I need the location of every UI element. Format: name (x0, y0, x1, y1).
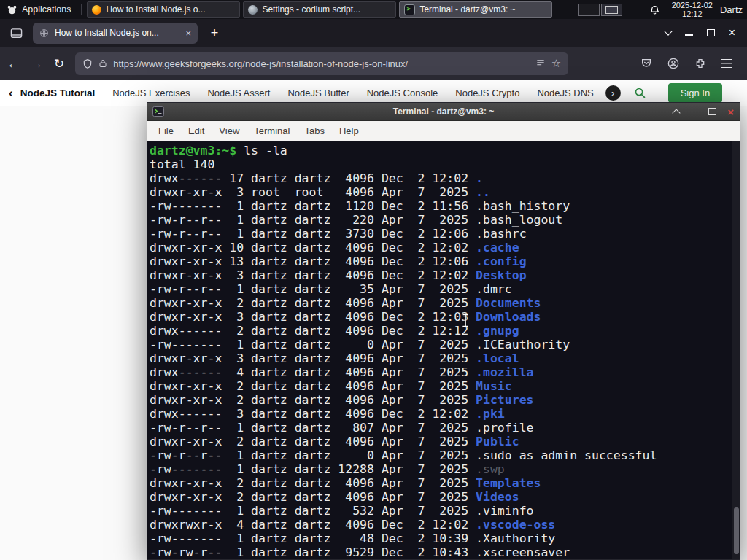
toolbar-right-icons (640, 58, 740, 69)
ls-row: drwxr-xr-x 2 dartz dartz 4096 Apr 7 2025… (150, 296, 738, 310)
ls-row: -rw------- 1 dartz dartz 1120 Dec 2 11:5… (150, 199, 738, 213)
terminal-output[interactable]: dartz@vm3:~$ ls -latotal 140drwx------ 1… (147, 141, 740, 559)
menu-help[interactable]: Help (333, 123, 365, 139)
workspace-pager[interactable] (578, 4, 622, 16)
gfg-nav-item[interactable]: NodeJS Assert (207, 88, 270, 98)
gfg-nav-item[interactable]: NodeJS Tutorial (20, 88, 96, 98)
firefox-icon (92, 5, 101, 15)
clock-date: 2025-12-02 (672, 1, 713, 9)
ls-row: drwxr-xr-x 3 dartz dartz 4096 Dec 2 12:0… (150, 310, 738, 324)
total-line: total 140 (150, 158, 738, 171)
shield-icon[interactable] (82, 58, 93, 69)
list-all-tabs-icon[interactable] (664, 27, 672, 35)
gfg-nav-item[interactable]: NodeJS Crypto (455, 88, 519, 98)
ls-row: -rw------- 1 dartz dartz 48 Dec 2 10:39 … (150, 532, 738, 545)
url-text: https://www.geeksforgeeks.org/node-js/in… (113, 58, 530, 69)
terminal-lines: dartz@vm3:~$ ls -latotal 140drwx------ 1… (147, 141, 740, 559)
globe-icon (39, 28, 49, 38)
ls-row: drwxr-xr-x 3 dartz dartz 4096 Dec 2 12:0… (150, 268, 738, 282)
maximize-icon[interactable] (708, 108, 716, 115)
ls-row: drwx------ 2 dartz dartz 4096 Dec 2 12:1… (150, 324, 738, 338)
menu-tabs[interactable]: Tabs (298, 123, 330, 139)
taskbar-button-settings[interactable]: Settings - codium script... (243, 1, 396, 18)
navigation-toolbar: ← → ↻ https://www.geeksforgeeks.org/node… (0, 47, 747, 80)
gfg-nav-item[interactable]: NodeJS Console (367, 88, 438, 98)
ls-row: -rw------- 1 dartz dartz 532 Apr 7 2025 … (150, 504, 738, 518)
mini-window (605, 6, 618, 14)
menu-file[interactable]: File (152, 123, 180, 139)
menu-icon[interactable] (721, 59, 732, 69)
ls-row: -rw------- 1 dartz dartz 12288 Apr 7 202… (150, 462, 738, 476)
ls-row: drwxr-xr-x 13 dartz dartz 4096 Dec 2 12:… (150, 254, 738, 268)
scrollbar-thumb[interactable] (734, 508, 739, 554)
pocket-icon[interactable] (640, 58, 652, 69)
shade-icon[interactable] (673, 109, 681, 117)
firefox-view-icon[interactable] (10, 28, 23, 39)
account-icon[interactable] (667, 58, 679, 69)
ls-row: -rw-r--r-- 1 dartz dartz 220 Apr 7 2025 … (150, 213, 738, 227)
ls-row: -rw-r--r-- 1 dartz dartz 35 Apr 7 2025 .… (150, 282, 738, 296)
task-label: How to Install Node.js o... (106, 4, 205, 15)
terminal-title: Terminal - dartz@vm3: ~ (147, 103, 740, 120)
clock-time: 12:12 (672, 9, 713, 18)
bookmark-star-icon[interactable]: ☆ (551, 57, 561, 70)
sign-in-button[interactable]: Sign In (668, 83, 722, 103)
taskbar-button-firefox[interactable]: How to Install Node.js o... (87, 1, 240, 18)
workspace-1[interactable] (578, 4, 600, 16)
forward-button[interactable]: → (31, 58, 43, 70)
clock[interactable]: 2025-12-02 12:12 (672, 1, 713, 18)
taskbar-button-terminal[interactable]: Terminal - dartz@vm3: ~ (399, 1, 552, 18)
lock-icon[interactable] (98, 58, 107, 69)
url-bar[interactable]: https://www.geeksforgeeks.org/node-js/in… (75, 52, 568, 75)
terminal-scrollbar[interactable] (732, 141, 740, 559)
ls-row: drwxr-xr-x 2 dartz dartz 4096 Apr 7 2025… (150, 435, 738, 448)
ls-row: drwx------ 3 dartz dartz 4096 Dec 2 12:0… (150, 407, 738, 421)
terminal-icon (404, 4, 415, 15)
ls-row: drwxr-xr-x 3 root root 4096 Apr 7 2025 .… (150, 185, 738, 199)
terminal-titlebar[interactable]: Terminal - dartz@vm3: ~ × (147, 103, 740, 121)
browser-close-icon[interactable]: × (729, 27, 735, 39)
user-label: Dartz (720, 4, 743, 15)
minimize-icon[interactable] (690, 114, 697, 115)
ls-row: -rw------- 1 dartz dartz 0 Apr 7 2025 .I… (150, 338, 738, 351)
browser-maximize-icon[interactable] (707, 29, 715, 36)
prompt-line: dartz@vm3:~$ ls -la (150, 144, 738, 158)
reload-button[interactable]: ↻ (54, 58, 64, 70)
gfg-nav-item[interactable]: NodeJS DNS (537, 88, 593, 98)
back-button[interactable]: ← (7, 58, 20, 70)
ls-row: -rw-rw-r-- 1 dartz dartz 9529 Dec 2 10:4… (150, 545, 738, 559)
menu-view[interactable]: View (212, 123, 246, 139)
browser-tab[interactable]: How to Install Node.js on... × (33, 23, 198, 44)
tab-close-icon[interactable]: × (185, 28, 191, 39)
terminal-menubar: FileEditViewTerminalTabsHelp (147, 121, 740, 141)
ls-row: drwxr-xr-x 2 dartz dartz 4096 Apr 7 2025… (150, 490, 738, 504)
menu-terminal[interactable]: Terminal (247, 123, 296, 139)
notification-bell-icon[interactable] (649, 4, 660, 15)
gfg-nav-item[interactable]: NodeJS Exercises (112, 88, 190, 98)
new-tab-button[interactable]: + (205, 26, 224, 41)
applications-menu-button[interactable]: Applications (0, 0, 77, 19)
extensions-icon[interactable] (694, 58, 706, 69)
settings-icon (248, 5, 258, 15)
browser-minimize-icon[interactable] (685, 34, 693, 36)
nav-scroll-left-icon[interactable]: ‹ (9, 86, 13, 101)
task-label: Settings - codium script... (262, 4, 360, 15)
workspace-2[interactable] (601, 4, 622, 16)
ls-row: -rw-r--r-- 1 dartz dartz 3730 Dec 2 12:0… (150, 227, 738, 241)
nav-scroll-right-icon[interactable]: › (605, 85, 621, 101)
top-panel: Applications How to Install Node.js o...… (0, 0, 747, 19)
ls-row: drwxr-xr-x 2 dartz dartz 4096 Apr 7 2025… (150, 476, 738, 490)
menu-edit[interactable]: Edit (182, 123, 211, 139)
search-icon[interactable] (634, 87, 646, 99)
reader-mode-icon[interactable] (535, 58, 546, 69)
ls-row: -rw-r--r-- 1 dartz dartz 807 Apr 7 2025 … (150, 421, 738, 435)
applications-icon (7, 4, 18, 15)
ls-row: drwxr-xr-x 2 dartz dartz 4096 Apr 7 2025… (150, 393, 738, 407)
close-icon[interactable]: × (727, 106, 734, 117)
tabbar-right-controls: × (665, 27, 740, 39)
tab-bar: How to Install Node.js on... × + × (0, 19, 747, 47)
gfg-nav-item[interactable]: NodeJS Buffer (287, 88, 349, 98)
terminal-app-icon (152, 106, 164, 117)
ls-row: drwxrwxr-x 4 dartz dartz 4096 Dec 2 12:0… (150, 518, 738, 532)
terminal-window: Terminal - dartz@vm3: ~ × FileEditViewTe… (147, 102, 740, 560)
